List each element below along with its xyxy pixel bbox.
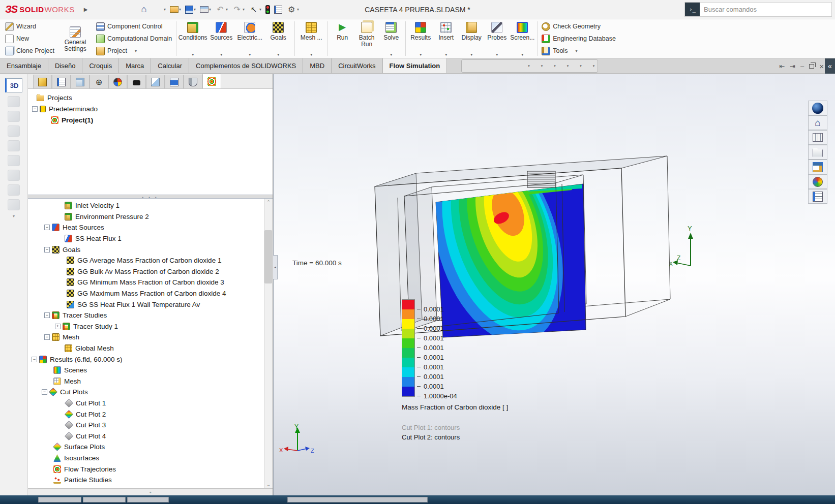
task-pane-button[interactable] — [808, 130, 827, 145]
sketch-tool-icon[interactable] — [8, 184, 20, 196]
ribbon-button[interactable]: Probes ▾ — [484, 19, 510, 58]
dropdown-caret-icon[interactable]: ▾ — [259, 7, 261, 12]
scroll-up-icon[interactable]: ⌃ — [266, 200, 271, 205]
command-tab[interactable]: Complementos de SOLIDWORKS — [189, 58, 303, 73]
tree-expander[interactable]: − — [32, 357, 37, 362]
ribbon-button[interactable]: Clone Project — [5, 45, 54, 56]
next-window-icon[interactable]: ⇥ — [790, 62, 795, 70]
tree-item[interactable]: SG SS Heat Flux 1 Wall Temperature Av — [28, 299, 273, 310]
graphics-viewport[interactable]: Y X Z Y X Z ◂ Time = 60.000 s 0.000 — [273, 74, 835, 495]
dropdown-caret-icon[interactable]: ▾ — [541, 64, 543, 68]
tree-item[interactable]: Flow Trajectories — [28, 463, 273, 475]
sketch-tool-icon[interactable] — [8, 140, 20, 151]
view-tool-button[interactable] — [508, 61, 517, 71]
sketch-tool-icon[interactable] — [8, 170, 20, 181]
panel-tab[interactable] — [71, 75, 90, 88]
tree-expander[interactable]: − — [44, 247, 50, 253]
tree-expander[interactable]: − — [42, 389, 47, 395]
view-tool-button[interactable]: ▾ — [518, 61, 530, 71]
qat-button[interactable]: ▾ — [152, 2, 167, 17]
tree-scrollbar[interactable]: ⌃ ⌄ — [264, 199, 273, 488]
tree-item[interactable]: + Tracer Study 1 — [28, 321, 273, 332]
tree-expander[interactable]: − — [32, 106, 38, 112]
tree-expander[interactable]: − — [44, 334, 50, 340]
tree-item[interactable]: Cut Plot 3 — [28, 420, 273, 431]
tree-item[interactable]: Projects — [28, 92, 273, 103]
ribbon-button[interactable]: Results ▾ — [408, 19, 433, 58]
dropdown-caret-icon[interactable]: ▾ — [575, 49, 577, 53]
view-tool-button[interactable]: ▾ — [583, 61, 595, 71]
result-legend[interactable]: 0.0001 0.0001 0.0001 0.0001 0.0001 0.000… — [402, 299, 457, 401]
dropdown-caret-icon[interactable]: ▾ — [470, 53, 472, 57]
ribbon-button[interactable]: Insert ▾ — [433, 19, 459, 58]
dropdown-caret-icon[interactable]: ▾ — [194, 7, 196, 12]
command-tab[interactable]: Diseño — [48, 58, 82, 73]
ribbon-button[interactable]: Tools ▾ — [542, 45, 616, 56]
view-tool-button[interactable]: ▾ — [544, 61, 556, 71]
3d-views-button[interactable]: 3D — [5, 78, 22, 92]
ribbon-button[interactable]: Screen... ▾ — [510, 19, 535, 58]
tree-item[interactable]: GG Bulk Av Mass Fraction of Carbon dioxi… — [28, 266, 273, 277]
ribbon-button[interactable]: Component Control — [96, 21, 172, 32]
sketch-tool-icon[interactable] — [8, 199, 20, 210]
sketch-tool-icon[interactable] — [8, 111, 20, 122]
restore-window-icon[interactable] — [809, 64, 814, 69]
ribbon-button[interactable]: Conditions ▾ — [178, 19, 207, 58]
dropdown-caret-icon[interactable]: ▾ — [567, 64, 569, 68]
tree-item[interactable]: Mesh — [28, 376, 273, 387]
taskbar-button[interactable] — [83, 497, 126, 502]
panel-tab[interactable] — [108, 75, 127, 88]
panel-tab[interactable] — [146, 75, 165, 88]
dropdown-caret-icon[interactable]: ▾ — [13, 214, 15, 218]
dropdown-caret-icon[interactable]: ▾ — [445, 53, 447, 57]
dropdown-caret-icon[interactable]: ▾ — [420, 53, 422, 57]
dropdown-caret-icon[interactable]: ▾ — [593, 64, 595, 68]
view-tool-button[interactable] — [497, 61, 506, 71]
ribbon-button[interactable]: New — [5, 33, 54, 44]
ribbon-button[interactable]: Sources ▾ — [207, 19, 235, 58]
legend-colorbar[interactable] — [402, 299, 415, 397]
dropdown-caret-icon[interactable]: ▾ — [310, 53, 312, 57]
command-tab[interactable]: MBD — [303, 58, 332, 73]
tree-item[interactable]: Particle Studies — [28, 475, 273, 486]
dropdown-caret-icon[interactable]: ▾ — [528, 64, 530, 68]
dropdown-caret-icon[interactable]: ▾ — [164, 7, 166, 12]
tree-item[interactable]: − Heat Sources — [28, 222, 273, 233]
qat-button[interactable] — [264, 2, 272, 17]
ribbon-button[interactable]: Batch Run — [354, 19, 379, 58]
tree-item[interactable]: − Goals — [28, 244, 273, 255]
view-tool-button[interactable]: ▾ — [570, 61, 582, 71]
close-icon[interactable]: × — [819, 62, 824, 71]
ribbon-button[interactable]: Display ▾ — [459, 19, 484, 58]
tree-item[interactable]: GG Average Mass Fraction of Carbon dioxi… — [28, 255, 273, 266]
qat-button[interactable]: ↖ ▾ — [247, 2, 263, 17]
ribbon-button[interactable]: ▶ Run — [330, 19, 354, 58]
qat-button[interactable]: ▾ — [184, 2, 197, 17]
dropdown-caret-icon[interactable]: ▾ — [135, 49, 137, 53]
ribbon-button[interactable]: Wizard — [5, 21, 54, 32]
view-tool-button[interactable]: ▾ — [557, 61, 569, 71]
command-tab[interactable]: CircuitWorks — [332, 58, 382, 73]
ribbon-button[interactable]: Electric... ▾ — [235, 19, 264, 58]
tree-item[interactable]: Cut Plot 1 — [28, 398, 273, 409]
panel-tab[interactable] — [127, 75, 146, 88]
qat-button[interactable]: ↶ ▾ — [214, 2, 229, 17]
qat-button[interactable]: ↷ ▾ — [230, 2, 246, 17]
command-tab[interactable]: Ensamblaje — [0, 58, 48, 73]
command-tab[interactable]: Marca — [119, 58, 151, 73]
panel-tab[interactable] — [52, 75, 71, 88]
tree-item[interactable]: Surface Plots — [28, 442, 273, 453]
dropdown-caret-icon[interactable]: ▾ — [297, 7, 299, 12]
panel-tab[interactable] — [202, 74, 221, 88]
ribbon-button[interactable]: General Settings — [58, 24, 92, 53]
command-tab[interactable]: Calcular — [151, 58, 189, 73]
dropdown-caret-icon[interactable]: ▾ — [580, 64, 582, 68]
tree-item[interactable]: Isosurfaces — [28, 453, 273, 464]
tree-item[interactable]: Cut Plot 4 — [28, 430, 273, 442]
taskbar-button[interactable] — [127, 497, 169, 502]
task-pane-button[interactable] — [808, 174, 827, 189]
dropdown-caret-icon[interactable]: ▾ — [496, 53, 498, 57]
logo-flyout-arrow-icon[interactable]: ▶ — [84, 7, 88, 12]
command-tab[interactable]: Croquis — [82, 58, 119, 73]
collapse-ribbon-chevron[interactable]: « — [825, 58, 835, 74]
